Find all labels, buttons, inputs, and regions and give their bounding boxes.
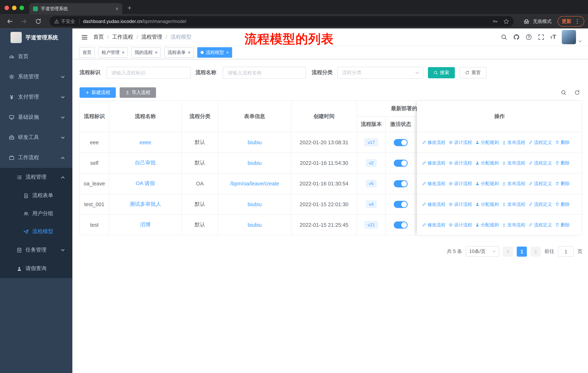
process-name-link[interactable]: 自己审批 bbox=[135, 160, 156, 166]
help-icon[interactable] bbox=[525, 34, 532, 40]
action-process-definition[interactable]: 流程定义 bbox=[528, 222, 552, 228]
search-icon[interactable] bbox=[501, 34, 507, 40]
sidebar-item-process-model[interactable]: 流程模型 bbox=[0, 222, 72, 241]
font-size-icon[interactable]: TT bbox=[550, 34, 556, 40]
action-design-process[interactable]: 设计流程 bbox=[449, 160, 472, 166]
fullscreen-icon[interactable] bbox=[538, 34, 545, 40]
action-publish-process[interactable]: 发布流程 bbox=[502, 160, 525, 166]
close-icon[interactable]: × bbox=[226, 50, 229, 55]
action-design-process[interactable]: 设计流程 bbox=[449, 201, 472, 207]
process-name-link[interactable]: 滔博 bbox=[140, 222, 151, 228]
sidebar-item-home[interactable]: 首页 bbox=[0, 46, 72, 67]
toggle-search-icon[interactable] bbox=[561, 90, 567, 96]
action-design-process[interactable]: 设计流程 bbox=[449, 139, 472, 146]
action-design-process[interactable]: 设计流程 bbox=[449, 222, 472, 228]
browser-tab[interactable]: 芋道管理系统 × bbox=[29, 3, 122, 14]
new-tab-button[interactable]: + bbox=[128, 4, 132, 12]
refresh-table-icon[interactable] bbox=[574, 90, 580, 96]
active-toggle[interactable] bbox=[394, 139, 408, 146]
sidebar-item-task-mgmt[interactable]: 任务管理 bbox=[0, 241, 72, 259]
browser-menu-icon[interactable]: ⋮ bbox=[575, 18, 580, 25]
action-publish-process[interactable]: 发布流程 bbox=[502, 181, 525, 187]
sidebar-item-workflow[interactable]: 工作流程 bbox=[0, 148, 72, 168]
action-assign-rule[interactable]: 分配规则 bbox=[475, 181, 499, 187]
window-minimize-button[interactable] bbox=[12, 6, 17, 10]
filter-key-input[interactable] bbox=[106, 67, 191, 79]
github-icon[interactable] bbox=[513, 34, 520, 40]
action-delete[interactable]: 删除 bbox=[555, 160, 570, 166]
process-name-link[interactable]: OA 请假 bbox=[136, 180, 155, 187]
action-assign-rule[interactable]: 分配规则 bbox=[475, 201, 499, 207]
action-delete[interactable]: 删除 bbox=[555, 201, 570, 207]
tag-process-model[interactable]: 流程模型 × bbox=[197, 47, 232, 58]
tag-process-form[interactable]: 流程表单 × bbox=[164, 47, 194, 58]
form-info-link[interactable]: biubiu bbox=[248, 160, 262, 166]
goto-page-input[interactable] bbox=[558, 246, 574, 257]
action-publish-process[interactable]: 发布流程 bbox=[502, 139, 525, 146]
form-info-link[interactable]: /bpm/oa/leave/create bbox=[230, 181, 279, 187]
close-icon[interactable]: × bbox=[188, 50, 190, 55]
create-process-button[interactable]: 新建流程 bbox=[79, 87, 116, 98]
active-toggle[interactable] bbox=[394, 221, 408, 228]
sidebar-item-leave-query[interactable]: 请假查询 bbox=[0, 259, 72, 278]
reset-button[interactable]: 重置 bbox=[459, 67, 486, 78]
action-delete[interactable]: 删除 bbox=[555, 222, 570, 228]
close-icon[interactable]: × bbox=[155, 50, 158, 55]
action-edit-process[interactable]: 修改流程 bbox=[422, 160, 446, 166]
form-info-link[interactable]: biubiu bbox=[248, 139, 262, 145]
action-edit-process[interactable]: 修改流程 bbox=[422, 139, 446, 146]
action-edit-process[interactable]: 修改流程 bbox=[422, 222, 446, 228]
action-assign-rule[interactable]: 分配规则 bbox=[475, 139, 499, 146]
sidebar-item-system[interactable]: 系统管理 bbox=[0, 67, 72, 87]
tag-my-process[interactable]: 我的流程 × bbox=[131, 47, 161, 58]
close-icon[interactable]: × bbox=[122, 50, 125, 55]
window-close-button[interactable] bbox=[5, 6, 9, 10]
address-bar[interactable]: 不安全 dashboard.yudao.iocoder.cn /bpm/mana… bbox=[50, 16, 514, 27]
browser-update-button[interactable]: 更新 ⋮ bbox=[557, 16, 584, 27]
active-toggle[interactable] bbox=[394, 201, 408, 208]
process-name-link[interactable]: eeee bbox=[139, 139, 151, 145]
sidebar-item-infra[interactable]: 基础设施 bbox=[0, 107, 72, 127]
action-process-definition[interactable]: 流程定义 bbox=[528, 160, 552, 166]
forward-icon[interactable] bbox=[21, 18, 27, 25]
action-process-definition[interactable]: 流程定义 bbox=[528, 139, 552, 146]
action-delete[interactable]: 删除 bbox=[555, 139, 570, 146]
action-edit-process[interactable]: 修改流程 bbox=[422, 201, 446, 207]
action-process-definition[interactable]: 流程定义 bbox=[528, 201, 552, 207]
active-toggle[interactable] bbox=[394, 159, 408, 166]
form-info-link[interactable]: biubiu bbox=[248, 201, 262, 207]
tag-home[interactable]: 首页 bbox=[79, 47, 95, 58]
sidebar-collapse-icon[interactable] bbox=[81, 33, 88, 40]
action-assign-rule[interactable]: 分配规则 bbox=[475, 160, 499, 166]
form-info-link[interactable]: biubiu bbox=[248, 222, 262, 228]
current-page[interactable]: 1 bbox=[517, 246, 527, 257]
action-edit-process[interactable]: 修改流程 bbox=[422, 181, 446, 187]
filter-name-input[interactable] bbox=[223, 67, 306, 79]
action-design-process[interactable]: 设计流程 bbox=[449, 181, 472, 187]
breadcrumb-workflow[interactable]: 工作流程 bbox=[112, 34, 133, 40]
prev-page-button[interactable] bbox=[503, 246, 513, 257]
sidebar-item-devtools[interactable]: 研发工具 bbox=[0, 128, 72, 148]
tag-tenant-mgmt[interactable]: 租户管理 × bbox=[98, 47, 128, 58]
tab-close-icon[interactable]: × bbox=[115, 6, 118, 12]
sidebar-item-payment[interactable]: ¥ 支付管理 bbox=[0, 87, 72, 107]
bookmark-star-icon[interactable] bbox=[503, 18, 509, 24]
breadcrumb-home[interactable]: 首页 bbox=[93, 34, 104, 40]
breadcrumb-process-mgmt[interactable]: 流程管理 bbox=[141, 34, 162, 40]
import-process-button[interactable]: 导入流程 bbox=[120, 87, 156, 98]
search-button[interactable]: 搜索 bbox=[428, 67, 455, 78]
page-size-select[interactable]: 10条/页 bbox=[466, 246, 499, 257]
next-page-button[interactable] bbox=[531, 246, 541, 257]
action-process-definition[interactable]: 流程定义 bbox=[528, 181, 552, 187]
back-icon[interactable] bbox=[6, 18, 13, 25]
window-zoom-button[interactable] bbox=[20, 6, 24, 10]
action-publish-process[interactable]: 发布流程 bbox=[502, 222, 525, 228]
action-publish-process[interactable]: 发布流程 bbox=[502, 201, 525, 207]
security-indicator[interactable]: 不安全 bbox=[54, 18, 75, 25]
action-assign-rule[interactable]: 分配规则 bbox=[475, 222, 499, 228]
sidebar-item-process-form[interactable]: 流程表单 bbox=[0, 187, 72, 205]
active-toggle[interactable] bbox=[394, 180, 408, 187]
user-avatar[interactable] bbox=[562, 30, 576, 44]
filter-category-select[interactable]: 流程分类 bbox=[337, 67, 423, 79]
password-key-icon[interactable] bbox=[492, 18, 498, 24]
